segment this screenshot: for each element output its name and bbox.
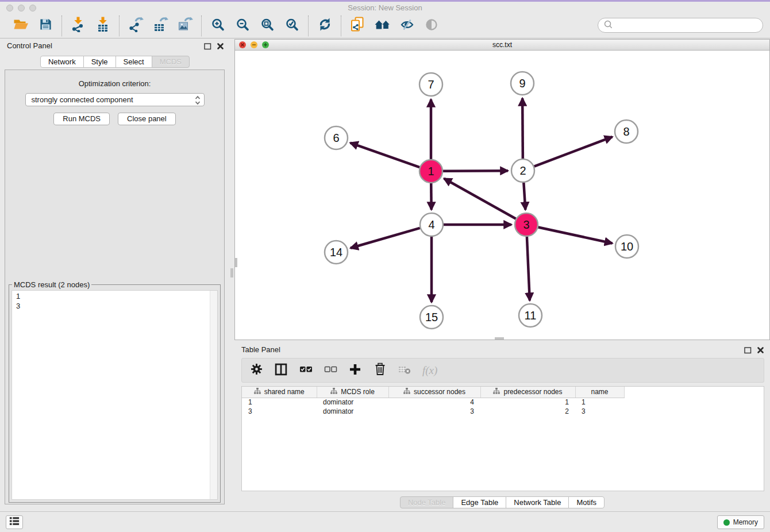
table-cell[interactable]: 2 [480,407,575,416]
export-image-button[interactable] [176,17,194,34]
column-header-MCDS-role[interactable]: MCDS role [317,387,388,398]
preview-eye-button[interactable] [423,17,440,34]
table-cell[interactable]: 3 [388,407,480,416]
tab-network-table[interactable]: Network Table [506,496,569,508]
graph-node-10[interactable]: 10 [615,235,638,258]
graph-node-3[interactable]: 3 [515,213,538,236]
search-input[interactable] [616,21,757,30]
table-row[interactable]: 3dominator323 [242,407,624,416]
table-panel: Table Panel f(x) shared nameMCDS rolesuc… [234,342,770,511]
function-icon: f(x) [422,364,437,377]
graph-node-label: 2 [519,164,526,177]
open-session-button[interactable] [12,17,29,34]
clone-network-icon [350,17,365,34]
column-header-successor-nodes[interactable]: successor nodes [388,387,480,398]
memory-button[interactable]: Memory [717,515,764,529]
tab-edge-table[interactable]: Edge Table [453,496,506,508]
toggle-visibility-icon [400,18,414,34]
column-header-name[interactable]: name [575,387,624,398]
tab-select[interactable]: Select [116,56,152,68]
graph-node-7[interactable]: 7 [419,73,442,96]
table-settings-button[interactable] [249,363,263,378]
zoom-selected-button[interactable] [283,17,301,34]
table-cell[interactable]: 1 [575,398,624,407]
import-table-button[interactable] [94,17,111,34]
graph-node-14[interactable]: 14 [325,241,348,264]
export-table-button[interactable] [152,17,169,34]
tab-mcds[interactable]: MCDS [152,56,190,68]
deselect-all-button[interactable] [324,363,337,378]
table-cell[interactable]: dominator [317,398,388,407]
graph-node-label: 14 [330,246,342,259]
graph-edge-3-11[interactable] [527,237,530,300]
column-header-shared-name[interactable]: shared name [242,387,317,398]
graph-node-6[interactable]: 6 [325,126,348,149]
refresh-icon [318,17,332,34]
table-cell[interactable]: 3 [242,407,317,416]
close-panel-icon[interactable] [217,42,224,52]
zoom-in-button[interactable] [209,17,226,34]
toggle-visibility-button[interactable] [398,17,415,34]
mcds-result-scrollbar[interactable] [210,291,217,499]
graph-edge-1-6[interactable] [351,143,420,167]
open-session-icon [13,18,29,33]
tab-style[interactable]: Style [83,56,116,68]
network-canvas[interactable]: 7968124314101511 [235,51,769,340]
search-box[interactable] [598,18,763,33]
graph-node-15[interactable]: 15 [420,306,443,329]
graph-edge-1-2[interactable] [443,171,508,171]
zoom-fit-button[interactable] [259,17,276,34]
clone-network-button[interactable] [349,17,366,34]
close-panel-icon[interactable] [757,346,764,356]
criterion-select[interactable]: strongly connected component [25,93,205,106]
graph-edge-2-9[interactable] [522,98,523,159]
import-network-button[interactable] [70,17,87,34]
network-close-button[interactable] [239,41,246,48]
run-mcds-button[interactable]: Run MCDS [53,113,110,125]
split-view-button[interactable] [274,363,288,378]
graph-node-9[interactable]: 9 [511,72,534,95]
export-network-button[interactable] [127,17,144,34]
table-cell[interactable]: 4 [388,398,480,407]
mcds-result-list[interactable]: 1 3 [11,290,218,500]
vertical-splitter[interactable] [230,38,234,511]
network-vertical-scroll-thumb[interactable] [235,258,237,267]
add-column-button[interactable] [348,363,362,378]
graph-edge-3-1[interactable] [444,179,516,219]
float-panel-icon[interactable] [204,42,211,52]
graph-node-2[interactable]: 2 [511,159,534,182]
graph-edge-2-8[interactable] [534,137,613,166]
shared-column-icon [493,388,500,396]
select-all-button[interactable] [299,363,313,378]
graph-node-11[interactable]: 11 [519,304,542,327]
table-cell[interactable]: 3 [575,407,624,416]
float-panel-icon[interactable] [744,346,752,356]
close-panel-button[interactable]: Close panel [118,113,176,125]
network-minimize-button[interactable] [251,41,257,48]
table-cell[interactable]: 1 [242,398,317,407]
task-history-button[interactable] [6,515,23,529]
tab-network[interactable]: Network [40,56,84,68]
table-row[interactable]: 1dominator411 [242,398,624,407]
graph-edge-2-3[interactable] [523,183,525,210]
graph-node-label: 4 [428,218,434,231]
graph-edge-3-10[interactable] [538,227,613,243]
tab-motifs[interactable]: Motifs [568,496,605,508]
control-panel-tabs: NetworkStyleSelectMCDS [0,56,230,68]
network-window-titlebar[interactable]: scc.txt [235,40,769,51]
home-button[interactable] [374,17,391,34]
delete-table-button[interactable] [373,363,387,378]
table-cell[interactable]: 1 [480,398,575,407]
network-horizontal-scroll-thumb[interactable] [495,337,504,340]
graph-edge-4-14[interactable] [351,228,420,248]
zoom-out-button[interactable] [234,17,251,34]
network-maximize-button[interactable] [262,41,269,48]
graph-node-4[interactable]: 4 [420,213,443,236]
graph-node-1[interactable]: 1 [419,160,442,183]
column-header-predecessor-nodes[interactable]: predecessor nodes [480,387,575,398]
save-session-button[interactable] [37,17,54,34]
table-cell[interactable]: dominator [317,407,388,416]
graph-node-8[interactable]: 8 [615,120,638,143]
tab-node-table[interactable]: Node Table [400,496,454,508]
refresh-button[interactable] [316,17,333,34]
